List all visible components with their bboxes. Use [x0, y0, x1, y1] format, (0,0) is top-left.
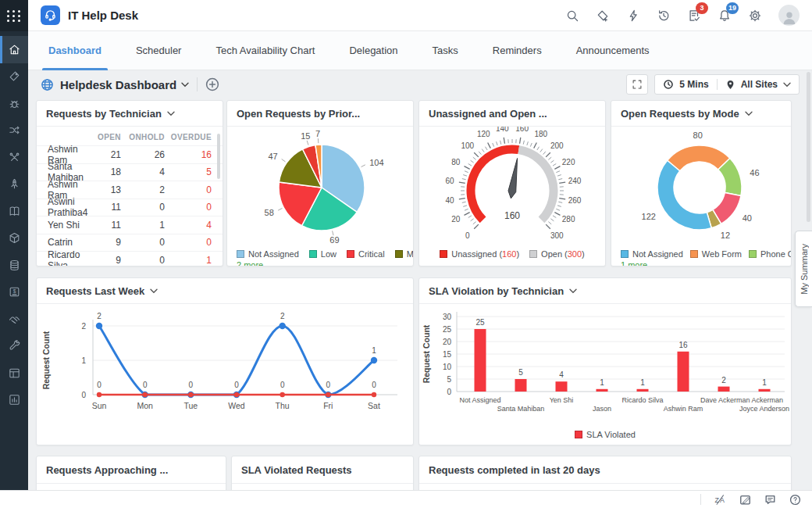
legend-more-link[interactable]: 2 more...: [237, 260, 270, 267]
tab-tasks[interactable]: Tasks: [415, 31, 475, 70]
search-icon: [565, 9, 579, 23]
notifications-button[interactable]: 19: [718, 9, 732, 23]
whats-new-button[interactable]: [596, 9, 610, 23]
table-row[interactable]: Ashwin Ram1320: [37, 181, 223, 199]
widget-title: Unassigned and Open ...: [429, 108, 547, 120]
table-scrollbar[interactable]: [217, 134, 220, 179]
refresh-interval-value[interactable]: 5 Mins: [679, 79, 708, 90]
svg-text:122: 122: [642, 212, 656, 221]
history-icon: [657, 9, 671, 23]
approvals-button[interactable]: 3: [687, 9, 701, 23]
chevron-down-icon[interactable]: [745, 111, 753, 116]
widget-header[interactable]: Requests by Technician: [37, 101, 223, 127]
sla-bar-chart[interactable]: 051015202530Request Count25Not Assigned5…: [419, 304, 791, 424]
requests-line-chart[interactable]: 012Request CountSunMonTueWedThuFriSat000…: [37, 304, 413, 424]
svg-text:Dave Ackerman Ackerman: Dave Ackerman Ackerman: [700, 396, 783, 404]
site-filter-value[interactable]: All Sites: [741, 79, 778, 90]
settings-button[interactable]: [748, 9, 762, 23]
widget-header[interactable]: Open Requests by Prior...: [227, 101, 413, 127]
sidebar-item-admin[interactable]: [0, 333, 28, 360]
legend-item[interactable]: Open (300): [529, 249, 585, 259]
legend-item[interactable]: SLA Violated: [575, 430, 636, 439]
svg-text:25: 25: [475, 318, 485, 327]
sidebar-item-contracts[interactable]: [0, 306, 28, 333]
chevron-down-icon[interactable]: [569, 288, 577, 294]
sidebar-item-assets[interactable]: [0, 225, 28, 252]
app-logo[interactable]: [41, 5, 60, 25]
chevron-down-icon[interactable]: [150, 288, 158, 294]
widget-header[interactable]: SLA Violation by Technician: [419, 278, 791, 304]
user-avatar[interactable]: [778, 5, 800, 26]
sidebar-item-projects[interactable]: [0, 360, 28, 387]
table-row[interactable]: Santa Mahiban1845: [37, 163, 223, 181]
legend-item[interactable]: Medium: [395, 249, 414, 259]
widget-header[interactable]: SLA Violated Requests: [232, 456, 413, 484]
chat-icon[interactable]: [764, 494, 776, 506]
help-icon[interactable]: [789, 494, 801, 506]
chevron-down-icon[interactable]: [181, 82, 189, 88]
tab-announcements[interactable]: Announcements: [559, 31, 667, 70]
app-launcher-button[interactable]: [0, 0, 28, 31]
table-row[interactable]: Aswini Prathiba41100: [37, 199, 223, 216]
tab-delegation[interactable]: Delegation: [332, 31, 415, 70]
sidebar-item-releases[interactable]: [0, 144, 28, 171]
tab-reminders[interactable]: Reminders: [475, 31, 559, 70]
tab-dashboard[interactable]: Dashboard: [31, 31, 119, 70]
sidebar-item-home[interactable]: [0, 36, 28, 63]
search-button[interactable]: [565, 9, 579, 23]
sidebar-item-launch[interactable]: [0, 171, 28, 199]
dashboard-title[interactable]: Helpdesk Dashboard: [60, 78, 176, 91]
legend-more-link[interactable]: 1 more...: [621, 260, 654, 267]
tab-tech-availability-chart[interactable]: Tech Availability Chart: [198, 31, 332, 70]
unassigned-open-gauge-chart[interactable]: 0204060801001201401601802002202402602803…: [419, 127, 605, 244]
table-row[interactable]: Ashwin Ram212616: [37, 145, 223, 163]
table-row[interactable]: Catrin900: [37, 234, 223, 252]
svg-text:80: 80: [693, 131, 703, 140]
approvals-badge: 3: [696, 2, 708, 14]
chevron-down-icon[interactable]: [167, 111, 175, 116]
legend-item[interactable]: Critical: [347, 249, 385, 259]
widget-header[interactable]: Open Requests by Mode: [611, 101, 791, 127]
column-header[interactable]: OPEN: [90, 133, 121, 141]
sidebar-item-requests[interactable]: [0, 63, 28, 91]
tag-plus-icon: [596, 9, 610, 23]
svg-text:5: 5: [518, 368, 523, 377]
legend-item[interactable]: Not Assigned: [237, 249, 299, 259]
legend-item[interactable]: Phone Call: [749, 249, 792, 259]
svg-text:Request Count: Request Count: [422, 324, 431, 383]
my-summary-tab[interactable]: My Summary: [795, 231, 812, 307]
translate-icon[interactable]: ZA: [714, 494, 726, 506]
column-header[interactable]: ONHOLD: [121, 133, 165, 141]
priority-pie-chart[interactable]: 104695847157: [227, 127, 413, 244]
column-header[interactable]: OVERDUE: [165, 133, 212, 141]
quick-actions-button[interactable]: [626, 9, 640, 23]
legend-item[interactable]: Web Form: [690, 249, 742, 259]
widget-header[interactable]: Requests completed in last 20 days: [419, 456, 791, 484]
page-scrollbar[interactable]: [807, 72, 810, 222]
svg-text:0: 0: [465, 231, 470, 240]
table-row[interactable]: Ricardo Silva901: [37, 251, 223, 267]
sidebar-item-solutions[interactable]: [0, 198, 28, 225]
mode-donut-chart[interactable]: 80464012122: [611, 127, 791, 244]
sidebar-item-purchase[interactable]: $: [0, 279, 28, 306]
feedback-icon[interactable]: [739, 494, 751, 506]
table-row[interactable]: Yen Shi1114: [37, 216, 223, 234]
history-button[interactable]: [657, 9, 671, 23]
legend-item[interactable]: Not Assigned: [621, 249, 683, 259]
add-dashboard-button[interactable]: [205, 77, 219, 91]
sidebar-item-problems[interactable]: [0, 90, 28, 117]
legend-item[interactable]: Low: [309, 249, 337, 259]
fullscreen-button[interactable]: [626, 74, 648, 95]
legend-item[interactable]: Unassigned (160): [440, 249, 519, 259]
widget-header[interactable]: Requests Last Week: [37, 278, 413, 304]
tab-scheduler[interactable]: Scheduler: [119, 31, 199, 70]
widget-header[interactable]: Unassigned and Open ...: [419, 101, 605, 127]
widget-header[interactable]: Requests Approaching ...: [37, 456, 226, 484]
svg-text:0: 0: [97, 381, 102, 389]
chevron-down-icon[interactable]: [783, 82, 791, 88]
my-summary-label: My Summary: [800, 244, 809, 295]
sidebar-item-changes[interactable]: [0, 117, 28, 145]
sidebar-item-reports[interactable]: [0, 387, 28, 414]
sidebar-item-cmdb[interactable]: [0, 252, 28, 279]
svg-text:25: 25: [443, 325, 452, 334]
